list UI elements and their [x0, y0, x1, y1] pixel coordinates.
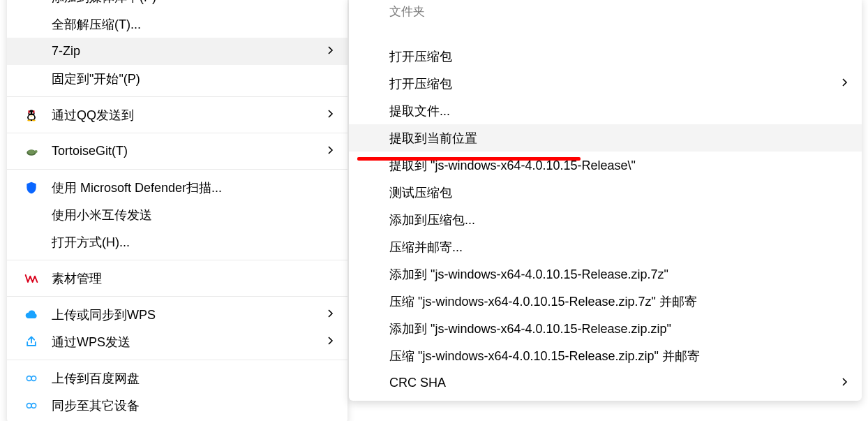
- svg-point-8: [28, 149, 35, 154]
- submenu-item-extract-to[interactable]: 提取到 "js-windows-x64-4.0.10.15-Release\": [349, 152, 862, 179]
- chevron-right-icon: [838, 78, 848, 89]
- cloud-icon: [11, 308, 52, 322]
- menu-item-baidu-sync[interactable]: 同步至其它设备: [7, 392, 347, 419]
- menu-item-label: 上传到百度网盘: [52, 370, 334, 387]
- link-icon: [11, 371, 52, 385]
- submenu-item-label: 添加到 "js-windows-x64-4.0.10.15-Release.zi…: [389, 320, 848, 337]
- submenu-item-compress-zip-mail[interactable]: 压缩 "js-windows-x64-4.0.10.15-Release.zip…: [349, 342, 862, 369]
- context-submenu-7zip: 文件夹 打开压缩包 打开压缩包 提取文件... 提取到当前位置 提取到 "js-…: [349, 0, 862, 401]
- menu-item-label: TortoiseGit(T): [52, 144, 318, 158]
- menu-item-label: 7-Zip: [52, 44, 318, 59]
- svg-point-11: [31, 376, 36, 381]
- menu-item-label: 固定到"开始"(P): [52, 71, 334, 87]
- submenu-item-label: 提取文件...: [389, 103, 848, 119]
- wps-icon: [11, 272, 52, 286]
- chevron-right-icon: [324, 146, 334, 156]
- svg-point-5: [27, 119, 31, 121]
- qq-icon: [11, 108, 52, 122]
- menu-item-qq-send[interactable]: 通过QQ发送到: [7, 101, 347, 128]
- menu-item-wps-asset[interactable]: 素材管理: [7, 265, 347, 292]
- submenu-item-compress-mail[interactable]: 压缩并邮寄...: [349, 233, 862, 260]
- submenu-title-label: 文件夹: [389, 3, 425, 20]
- menu-item-label: 上传或同步到WPS: [52, 306, 318, 323]
- submenu-item-crc-sha[interactable]: CRC SHA: [349, 369, 862, 397]
- submenu-item-label: 测试压缩包: [389, 184, 848, 201]
- submenu-item-add-archive[interactable]: 添加到压缩包...: [349, 206, 862, 233]
- submenu-item-add-7z[interactable]: 添加到 "js-windows-x64-4.0.10.15-Release.zi…: [349, 260, 862, 288]
- submenu-item-extract-files[interactable]: 提取文件...: [349, 97, 862, 124]
- svg-point-2: [29, 115, 34, 119]
- chevron-right-icon: [324, 309, 334, 320]
- submenu-item-label: 压缩 "js-windows-x64-4.0.10.15-Release.zip…: [389, 293, 848, 310]
- menu-item-pin-start[interactable]: 固定到"开始"(P): [7, 65, 347, 92]
- shield-icon: [11, 181, 52, 195]
- menu-item-label: 同步至其它设备: [52, 397, 334, 414]
- svg-point-10: [27, 376, 31, 381]
- menu-item-label: 素材管理: [52, 270, 334, 287]
- menu-separator: [7, 169, 347, 170]
- menu-separator: [7, 360, 347, 360]
- submenu-item-label: 提取到当前位置: [389, 130, 848, 147]
- chevron-right-icon: [838, 378, 848, 388]
- submenu-item-add-zip[interactable]: 添加到 "js-windows-x64-4.0.10.15-Release.zi…: [349, 315, 862, 342]
- menu-item-label: 使用 Microsoft Defender扫描...: [52, 179, 334, 196]
- submenu-spacer: [349, 22, 862, 43]
- link-icon: [11, 399, 52, 413]
- menu-item-extract-all[interactable]: 全部解压缩(T)...: [7, 10, 347, 38]
- submenu-item-label: 压缩 "js-windows-x64-4.0.10.15-Release.zip…: [389, 348, 848, 364]
- menu-item-7zip[interactable]: 7-Zip: [7, 38, 347, 65]
- menu-item-open-with[interactable]: 打开方式(H)...: [7, 228, 347, 256]
- menu-item-label: 通过QQ发送到: [52, 107, 318, 124]
- chevron-right-icon: [324, 46, 334, 57]
- chevron-right-icon: [324, 337, 334, 347]
- submenu-item-label: 打开压缩包: [389, 75, 832, 92]
- menu-item-label: 全部解压缩(T)...: [52, 16, 334, 33]
- menu-item-defender-scan[interactable]: 使用 Microsoft Defender扫描...: [7, 174, 347, 201]
- menu-item-xiaomi-send[interactable]: 使用小米互传发送: [7, 201, 347, 228]
- share-icon: [11, 335, 52, 349]
- menu-item-baidu-upload[interactable]: 上传到百度网盘: [7, 364, 347, 392]
- annotation-redline: [357, 157, 581, 161]
- menu-item-tortoisegit[interactable]: TortoiseGit(T): [7, 138, 347, 165]
- context-menu-main: 添加到媒体库中(P) 全部解压缩(T)... 7-Zip 固定到"开始"(P): [7, 0, 347, 421]
- submenu-item-label: 添加到压缩包...: [389, 212, 848, 228]
- submenu-item-label: 打开压缩包: [389, 48, 848, 65]
- menu-separator: [7, 133, 347, 133]
- submenu-item-open-archive[interactable]: 打开压缩包: [349, 43, 862, 70]
- submenu-item-label: 添加到 "js-windows-x64-4.0.10.15-Release.zi…: [389, 266, 848, 283]
- submenu-section-title: 文件夹: [349, 1, 862, 22]
- submenu-item-test-archive[interactable]: 测试压缩包: [349, 179, 862, 206]
- menu-item-wps-send[interactable]: 通过WPS发送: [7, 328, 347, 355]
- menu-separator: [7, 296, 347, 297]
- svg-point-9: [35, 150, 38, 153]
- submenu-item-label: CRC SHA: [389, 376, 832, 390]
- menu-item-label: 通过WPS发送: [52, 334, 318, 350]
- svg-point-13: [31, 403, 36, 408]
- menu-item-label: 添加到媒体库中(P): [52, 0, 334, 6]
- menu-item-label: 使用小米互传发送: [52, 207, 334, 223]
- submenu-item-open-archive-more[interactable]: 打开压缩包: [349, 70, 862, 97]
- svg-point-6: [32, 119, 36, 121]
- menu-item-label: 打开方式(H)...: [52, 234, 334, 251]
- menu-separator: [7, 96, 347, 97]
- menu-separator: [7, 260, 347, 260]
- svg-point-12: [27, 403, 31, 408]
- tortoisegit-icon: [11, 145, 52, 158]
- chevron-right-icon: [324, 110, 334, 120]
- menu-item-wps-upload[interactable]: 上传或同步到WPS: [7, 301, 347, 328]
- submenu-item-label: 压缩并邮寄...: [389, 239, 848, 256]
- submenu-item-compress-7z-mail[interactable]: 压缩 "js-windows-x64-4.0.10.15-Release.zip…: [349, 288, 862, 315]
- menu-item-add-library[interactable]: 添加到媒体库中(P): [7, 0, 347, 10]
- submenu-item-extract-here[interactable]: 提取到当前位置: [349, 124, 862, 152]
